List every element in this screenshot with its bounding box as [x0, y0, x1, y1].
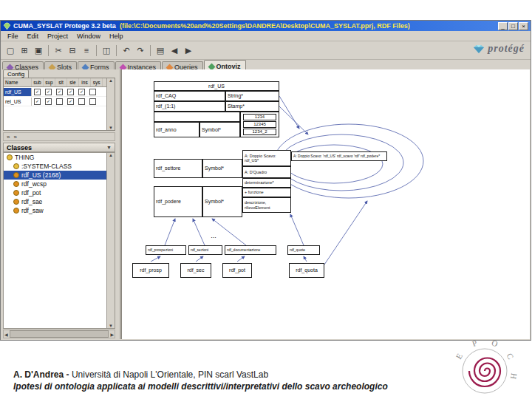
toolbar: ▢⊞▣✂⊟≡◫↶↷▤◀▶ protégé — [1, 41, 531, 60]
config-toolbar-strip: »» — [3, 132, 115, 141]
epoch-letter: O — [491, 340, 499, 348]
class-icon — [13, 172, 19, 178]
diagram-node-a-d-quadro[interactable]: A: D'Quadro — [242, 166, 291, 178]
diagram-node-rdf-prospezioni[interactable]: rdf_prospezioni — [146, 245, 186, 255]
scroll-down-icon[interactable]: ▼ — [109, 126, 113, 130]
diagram-canvas[interactable]: rdf_USrdf_CAQString*rdf_(1:1)Stamp*rdf_a… — [121, 69, 530, 339]
epoch-letter: E — [454, 352, 464, 361]
config-checkbox[interactable]: ✓ — [45, 98, 52, 105]
diagram-node-rdf-sec[interactable]: rdf_sec — [180, 263, 211, 278]
tree-item-rdf-pot[interactable]: rdf_pot — [4, 188, 115, 197]
diagram-node-item[interactable]: ... — [205, 232, 222, 241]
diagram-node-rdf-quota[interactable]: rdf_quota — [289, 263, 324, 278]
paste-icon[interactable]: ≡ — [80, 44, 93, 57]
scroll-up-icon[interactable]: ▲ — [109, 153, 113, 157]
config-checkbox[interactable]: ✓ — [67, 89, 74, 95]
insert-widget-icon[interactable]: ▤ — [154, 44, 167, 57]
diagram-node-1234-2[interactable]: 1234_2 — [243, 129, 276, 135]
scroll-left-icon[interactable]: ◀ — [4, 332, 8, 337]
toolbar-separator — [150, 45, 151, 56]
save-project-icon[interactable]: ▣ — [32, 44, 45, 57]
diagram-node-determinazione[interactable]: determinazione* — [242, 178, 291, 188]
new-project-icon[interactable]: ▢ — [4, 44, 17, 57]
config-checkbox[interactable]: ✓ — [34, 98, 41, 105]
diagram-node-rdf-podere[interactable]: rdf_podere — [154, 186, 202, 217]
tree-item-rdf-saw[interactable]: rdf_saw — [4, 206, 115, 215]
scroll-down-icon[interactable]: ▼ — [109, 324, 113, 328]
config-checkbox[interactable] — [89, 98, 96, 105]
diagram-node-rdf-1-1[interactable]: rdf_(1:1) — [154, 101, 225, 112]
tree-item-thing[interactable]: THING — [4, 153, 115, 162]
minimize-button[interactable]: _ — [498, 22, 508, 30]
diagram-node-rdf-settore[interactable]: rdf_settore — [154, 159, 202, 178]
config-column-sup: sup — [44, 78, 55, 86]
config-checkbox[interactable]: ✓ — [78, 89, 85, 95]
diagram-node-string[interactable]: String* — [225, 91, 279, 101]
diagram-node-1234[interactable]: 1234 — [243, 114, 276, 120]
close-button[interactable]: × — [519, 22, 528, 30]
tree-item-rdf-wcsp[interactable]: rdf_wcsp — [4, 180, 115, 188]
cut-icon[interactable]: ✂ — [52, 44, 65, 57]
diagram-node[interactable] — [154, 112, 240, 122]
strip-chevron-icon[interactable]: » — [7, 134, 10, 140]
horizontal-scrollbar[interactable]: ◀▶ — [3, 330, 115, 338]
config-table-scrollbar[interactable]: ▲▼ — [106, 78, 115, 130]
diagram-node-rdf-prosp[interactable]: rdf_prosp — [132, 263, 169, 278]
menu-file[interactable]: File — [3, 33, 23, 40]
tree-item-rdf-sae[interactable]: rdf_sae — [4, 197, 115, 206]
diagram-node-12345[interactable]: 12345 — [243, 121, 276, 128]
scroll-right-icon[interactable]: ▶ — [110, 332, 114, 337]
open-project-icon[interactable]: ⊞ — [18, 44, 31, 57]
diagram-node-rdf-anno[interactable]: rdf_anno — [154, 122, 200, 137]
menu-window[interactable]: Window — [72, 33, 105, 40]
diagram-node-rdf-caq[interactable]: rdf_CAQ — [154, 91, 225, 101]
diagram-node-rdf-quote[interactable]: rdf_quote — [287, 245, 320, 255]
protege-wordmark: protégé — [488, 43, 525, 55]
diagram-node-descrizione-rilievoelement[interactable]: descrizione, rilievoElement — [242, 197, 291, 213]
config-checkbox-cell: ✓ — [32, 98, 43, 105]
config-checkbox[interactable] — [78, 98, 85, 105]
diagram-node-funzione[interactable]: + funzione — [242, 188, 291, 197]
config-checkbox[interactable]: ✓ — [56, 89, 63, 95]
slide-caption: A. D'Andrea - Università di Napoli L'Ori… — [13, 369, 388, 392]
strip-chevron-icon[interactable]: » — [13, 134, 16, 140]
config-checkbox[interactable]: ✓ — [45, 89, 52, 95]
forward-icon[interactable]: ▶ — [182, 44, 195, 57]
diagram-node-symbol[interactable]: Symbol* — [200, 122, 240, 137]
diagram-node-a-doppio-scavo-rdf-us[interactable]: A: Doppio Scavo: rdf_US* — [242, 150, 291, 166]
diagram-node-rdf-documentazione[interactable]: rdf_documentazione — [225, 245, 276, 255]
scroll-up-icon[interactable]: ▲ — [109, 78, 113, 83]
scroll-thumb[interactable] — [10, 330, 109, 338]
toolbar-separator — [96, 45, 97, 56]
protege-gem-icon — [473, 44, 485, 54]
tree-item-system-class[interactable]: :SYSTEM-CLASS — [4, 162, 115, 171]
menu-edit[interactable]: Edit — [23, 33, 44, 40]
diagram-node-symbol[interactable]: Symbol* — [202, 186, 242, 217]
menu-project[interactable]: Project — [43, 33, 72, 40]
diagram-nodes-layer: rdf_USrdf_CAQString*rdf_(1:1)Stamp*rdf_a… — [122, 69, 447, 291]
tree-item-rdf-us-2168[interactable]: rdf_US (2168) — [4, 171, 115, 180]
config-checkbox[interactable] — [56, 98, 63, 105]
config-checkbox[interactable] — [89, 89, 96, 95]
copy-icon[interactable]: ⊟ — [66, 44, 79, 57]
diagram-node-rdf-pot[interactable]: rdf_pot — [222, 263, 252, 278]
config-checkbox[interactable]: ✓ — [67, 98, 74, 105]
back-icon[interactable]: ◀ — [168, 44, 181, 57]
config-row-rdf-us[interactable]: rdf_US✓✓✓✓✓ — [4, 87, 115, 97]
class-tree: THING:SYSTEM-CLASSrdf_US (2168)rdf_wcspr… — [3, 152, 115, 329]
diagram-node-a-doppio-scavo-rdf-us-rdf-scavo-rdf-rdf-podere[interactable]: A: Doppio Scavo: 'rdf_US' rdf_scavo 'rdf… — [291, 151, 387, 161]
config-checkbox[interactable]: ✓ — [34, 89, 41, 95]
classes-panel-title: Classes — [7, 144, 32, 151]
sort-icon[interactable]: ▼ — [106, 145, 112, 150]
menu-help[interactable]: Help — [105, 33, 128, 40]
diagram-node-rdf-us[interactable]: rdf_US — [154, 81, 279, 91]
tree-scrollbar[interactable]: ▲▼ — [106, 153, 115, 328]
undo-icon[interactable]: ↶ — [120, 44, 133, 57]
config-row-rel-us[interactable]: rel_US✓✓✓ — [4, 97, 115, 106]
redo-icon[interactable]: ↷ — [134, 44, 147, 57]
archive-project-icon[interactable]: ◫ — [100, 44, 113, 57]
diagram-node-stamp[interactable]: Stamp* — [225, 101, 279, 112]
maximize-button[interactable]: □ — [508, 22, 518, 30]
diagram-node-rdf-sezioni[interactable]: rdf_sezioni — [188, 245, 222, 255]
diagram-node-symbol[interactable]: Symbol* — [202, 159, 242, 178]
